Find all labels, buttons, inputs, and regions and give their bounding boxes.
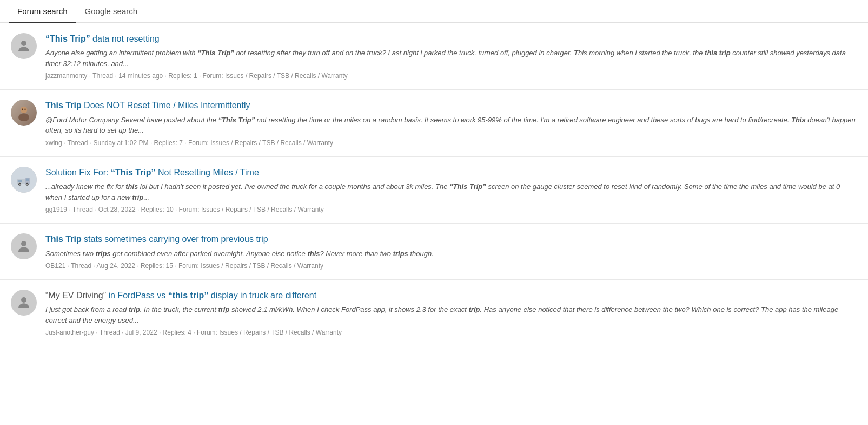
result-snippet: ...already knew the fix for this lol but… — [45, 181, 857, 202]
svg-point-1 — [21, 107, 28, 114]
tab-bar: Forum search Google search — [0, 0, 868, 23]
svg-point-11 — [26, 184, 28, 185]
svg-point-9 — [19, 184, 21, 185]
result-item: “This Trip” data not resetting Anyone el… — [0, 23, 868, 90]
tabs-container: Forum search Google search — [0, 0, 868, 23]
result-content: Solution Fix For: “This Trip” Not Resett… — [45, 167, 857, 213]
result-title[interactable]: Solution Fix For: “This Trip” Not Resett… — [45, 167, 857, 179]
result-content: “This Trip” data not resetting Anyone el… — [45, 33, 857, 80]
result-title[interactable]: This Trip stats sometimes carrying over … — [45, 233, 857, 245]
result-meta: Just-another-guy · Thread · Jul 9, 2022 … — [45, 329, 857, 336]
result-content: This Trip Does NOT Reset Time / Miles In… — [45, 100, 857, 146]
avatar — [11, 100, 37, 126]
avatar — [11, 33, 37, 59]
avatar — [11, 233, 37, 259]
result-meta: xwing · Thread · Sunday at 1:02 PM · Rep… — [45, 139, 857, 147]
results-list: “This Trip” data not resetting Anyone el… — [0, 23, 868, 346]
result-content: “My EV Driving” in FordPass vs “this tri… — [45, 290, 857, 336]
result-item: This Trip stats sometimes carrying over … — [0, 224, 868, 280]
result-meta: OB121 · Thread · Aug 24, 2022 · Replies:… — [45, 262, 857, 270]
svg-point-13 — [21, 241, 26, 246]
svg-rect-12 — [26, 178, 29, 181]
result-title[interactable]: “This Trip” data not resetting — [45, 33, 857, 45]
svg-point-0 — [21, 41, 26, 46]
result-item: “My EV Driving” in FordPass vs “this tri… — [0, 280, 868, 346]
svg-rect-7 — [18, 180, 22, 182]
tab-forum-search[interactable]: Forum search — [9, 0, 76, 23]
result-meta: gg1919 · Thread · Oct 28, 2022 · Replies… — [45, 206, 857, 213]
tab-google-search[interactable]: Google search — [76, 0, 147, 23]
svg-point-3 — [22, 109, 23, 110]
svg-point-4 — [24, 109, 26, 110]
result-meta: jazzmanmonty · Thread · 14 minutes ago ·… — [45, 72, 857, 80]
avatar — [11, 167, 37, 193]
result-item: This Trip Does NOT Reset Time / Miles In… — [0, 90, 868, 156]
avatar — [11, 290, 37, 316]
result-snippet: @Ford Motor Company Several have posted … — [45, 115, 857, 136]
result-snippet: Anyone else getting an intermittent prob… — [45, 48, 857, 69]
result-title[interactable]: “My EV Driving” in FordPass vs “this tri… — [45, 290, 857, 302]
result-item: Solution Fix For: “This Trip” Not Resett… — [0, 157, 868, 224]
result-title[interactable]: This Trip Does NOT Reset Time / Miles In… — [45, 100, 857, 112]
result-content: This Trip stats sometimes carrying over … — [45, 233, 857, 270]
result-snippet: I just got back from a road trip. In the… — [45, 304, 857, 325]
svg-point-2 — [18, 114, 29, 121]
svg-point-14 — [21, 297, 26, 303]
result-snippet: Sometimes two trips get combined even af… — [45, 249, 857, 259]
